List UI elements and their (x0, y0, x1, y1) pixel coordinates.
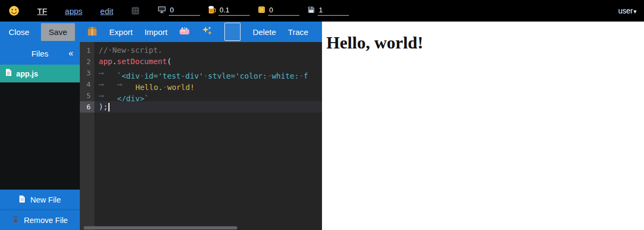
code-token: <div (121, 72, 140, 79)
file-list-empty-area (0, 82, 80, 190)
file-name: app.js (16, 69, 38, 78)
counter-beer: 0.1 (208, 5, 250, 16)
code-token: white; (272, 72, 299, 79)
line-number: 2 (80, 56, 94, 67)
computer-counter-value[interactable]: 0 (169, 6, 200, 16)
brand-link[interactable]: TF (37, 6, 47, 16)
smiley-logo-icon[interactable] (9, 5, 19, 16)
counter-computer: 0 (157, 6, 200, 16)
code-token: · (299, 72, 303, 79)
code-line-content: ); (94, 101, 322, 113)
code-token: ( (167, 57, 171, 66)
code-token: ⟶ (117, 79, 135, 90)
editor-lines: 1//·New·script.2app.setDocument(3⟶`<div·… (80, 42, 322, 113)
code-token: setDocument (117, 57, 167, 66)
save-button[interactable]: Save (41, 23, 74, 41)
line-number: 5 (80, 90, 94, 101)
beer-counter-value[interactable]: 0.1 (218, 6, 250, 16)
soap-icon (179, 27, 190, 37)
game-die-icon[interactable] (131, 6, 140, 15)
code-line-content: ⟶`<div·id='test-div'·style='color:·white… (94, 67, 322, 79)
floppy-disk-icon (307, 6, 315, 16)
topbar: TF apps edit 0 0.1 (0, 0, 644, 22)
topbar-left: TF apps edit 0 0.1 (9, 5, 349, 16)
line-number: 4 (80, 79, 94, 90)
sparkles-icon-button[interactable] (202, 26, 213, 38)
code-line[interactable]: 4⟶⟶Hello,·world! (80, 79, 322, 90)
remove-file-button[interactable]: Remove File (0, 210, 80, 230)
code-line-content: app.setDocument( (94, 56, 322, 67)
panel-body: Files « app.js New File (0, 42, 322, 230)
package-icon-button[interactable] (87, 26, 98, 38)
trace-button[interactable]: Trace (288, 27, 309, 37)
code-token: ⟶ (99, 67, 117, 79)
delete-button[interactable]: Delete (252, 27, 276, 37)
user-menu-label: user (618, 6, 633, 15)
code-line-content: ⟶⟶Hello,·world! (94, 79, 322, 90)
nav-edit-link[interactable]: edit (100, 6, 113, 16)
new-file-icon (19, 195, 25, 205)
code-line[interactable]: 5⟶</div>` (80, 90, 322, 101)
code-line[interactable]: 3⟶`<div·id='test-div'·style='color:·whit… (80, 67, 322, 79)
code-token: ); (99, 102, 108, 111)
code-token: //·New·script. (99, 46, 162, 54)
horizontal-scrollbar[interactable] (84, 226, 237, 229)
file-icon (5, 68, 12, 79)
main-area: Close Save Export Import Delete Trace (0, 22, 644, 230)
collapse-sidebar-button[interactable]: « (68, 48, 73, 58)
import-button[interactable]: Import (145, 27, 168, 37)
code-token: id='test-div' (145, 72, 204, 79)
code-token: </div> (117, 94, 145, 101)
code-token: · (267, 72, 271, 79)
preview-heading: Hello, world! (326, 33, 644, 53)
files-header-title: Files (31, 49, 49, 58)
code-token: ⟶ (99, 90, 117, 101)
nav-apps-link[interactable]: apps (65, 6, 83, 16)
package-icon (87, 26, 98, 38)
resource-counters: 0 0.1 0 1 (157, 5, 349, 16)
close-button[interactable]: Close (9, 27, 29, 37)
user-menu[interactable]: user▾ (618, 6, 636, 15)
code-token: · (163, 83, 167, 90)
computer-icon (157, 6, 166, 16)
code-token: . (112, 57, 117, 66)
app-window: TF apps edit 0 0.1 (0, 0, 644, 230)
empty-slot-button[interactable] (224, 23, 241, 41)
preview-pane: Hello, world! (322, 22, 644, 230)
code-token: ` (145, 94, 149, 101)
beer-icon (208, 5, 216, 16)
file-item-appjs[interactable]: app.js (0, 65, 80, 82)
remove-file-label: Remove File (24, 216, 67, 225)
export-button[interactable]: Export (109, 27, 133, 37)
sparkles-icon (202, 26, 213, 38)
token-counter-value[interactable]: 0 (268, 6, 299, 16)
code-token: · (203, 72, 208, 79)
gold-token-icon (258, 6, 265, 16)
line-number: 6 (80, 101, 94, 113)
text-cursor (108, 103, 109, 111)
line-number: 3 (80, 67, 94, 79)
code-token: world! (167, 83, 195, 90)
code-token: ⟶ (99, 79, 117, 90)
disk-counter-value[interactable]: 1 (318, 6, 349, 16)
new-file-button[interactable]: New File (0, 190, 80, 210)
code-editor[interactable]: 1//·New·script.2app.setDocument(3⟶`<div·… (80, 42, 322, 230)
new-file-label: New File (30, 196, 60, 204)
code-token: app (99, 57, 112, 66)
files-sidebar: Files « app.js New File (0, 42, 80, 230)
code-token: f (304, 72, 308, 79)
caret-down-icon: ▾ (633, 8, 636, 15)
counter-token: 0 (258, 6, 299, 16)
editor-panel: Close Save Export Import Delete Trace (0, 22, 322, 230)
code-line-content: ⟶</div>` (94, 90, 322, 101)
line-number: 1 (80, 45, 94, 56)
soap-icon-button[interactable] (179, 27, 190, 37)
code-line[interactable]: 2app.setDocument( (80, 56, 322, 67)
code-line-content: //·New·script. (94, 45, 322, 56)
code-line[interactable]: 1//·New·script. (80, 45, 322, 56)
trash-icon (12, 215, 19, 225)
code-token: Hello, (135, 83, 163, 90)
code-line[interactable]: 6); (80, 101, 322, 113)
counter-disk: 1 (307, 6, 349, 16)
files-header: Files « (0, 42, 80, 65)
